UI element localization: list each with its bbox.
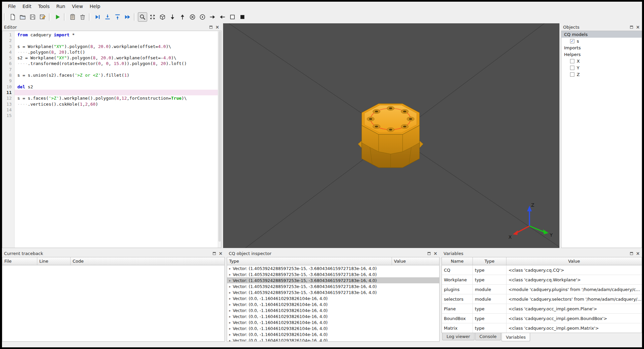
inspector-row[interactable]: ▸Vector: (0.0, -1.1604610293826104e-16, … <box>227 325 439 331</box>
checkbox-x[interactable] <box>570 59 574 63</box>
open-file-button[interactable] <box>18 12 27 22</box>
tree-item-x[interactable]: X <box>561 58 642 64</box>
debug-step-out-button[interactable] <box>113 12 122 22</box>
inspector-row[interactable]: ▸Vector: (1.4053924288597253e-15, -3.680… <box>227 265 439 271</box>
render-button[interactable] <box>53 12 62 22</box>
code-editor[interactable]: 1from cadquery import *23s = Workplane("… <box>2 31 221 248</box>
debug-continue-button[interactable] <box>123 12 132 22</box>
expand-icon[interactable]: ▸ <box>227 297 233 300</box>
code-line: 15 <box>2 113 218 118</box>
close-panel-button[interactable]: × <box>214 24 220 30</box>
menu-help[interactable]: Help <box>86 2 104 10</box>
tree-item-s[interactable]: ✓s <box>561 38 642 44</box>
column-header-type[interactable]: Type <box>473 257 506 265</box>
view-up-button[interactable] <box>178 12 187 22</box>
float-panel-button[interactable] <box>629 251 634 256</box>
checkbox-z[interactable] <box>570 72 574 77</box>
inspector-row[interactable]: ▸Vector: (0.0, -1.1604610293826104e-16, … <box>227 295 439 301</box>
checkbox-s[interactable]: ✓ <box>570 39 574 43</box>
column-header-value[interactable]: Value <box>392 257 439 265</box>
variable-row[interactable]: selectorsmodule<module 'cadquery.selecto… <box>442 294 642 304</box>
inspector-row[interactable]: ▸Vector: (1.4053924288597253e-15, -3.680… <box>227 277 439 283</box>
tree-item-helpers[interactable]: Helpers <box>561 51 642 58</box>
save-as-button[interactable] <box>38 12 47 22</box>
save-button[interactable] <box>28 12 37 22</box>
square-outline-button[interactable] <box>228 12 237 22</box>
column-header-file[interactable]: File <box>2 257 37 265</box>
tree-item-cq-models[interactable]: CQ models <box>561 31 642 38</box>
inspector-row[interactable]: ▸Vector: (1.4053924288597253e-15, -3.680… <box>227 289 439 295</box>
column-header-name[interactable]: Name <box>442 257 473 265</box>
float-panel-button[interactable] <box>208 24 214 30</box>
debug-step-into-button[interactable] <box>103 12 112 22</box>
expand-icon[interactable]: ▸ <box>227 309 233 312</box>
viewport-3d[interactable]: X Y Z <box>223 23 559 248</box>
variable-row[interactable]: Matrixtype<class 'cadquery.occ_impl.geom… <box>442 323 642 333</box>
expand-icon[interactable]: ▸ <box>227 321 233 324</box>
tab-console[interactable]: Console <box>475 333 501 340</box>
expand-icon[interactable]: ▸ <box>227 267 233 270</box>
view-left-button[interactable] <box>218 12 227 22</box>
column-header-type[interactable]: Type <box>227 257 392 265</box>
float-panel-button[interactable] <box>426 251 432 256</box>
editor-scrollbar[interactable] <box>218 31 221 248</box>
expand-icon[interactable]: ▸ <box>227 315 233 318</box>
expand-icon[interactable]: ▸ <box>227 339 233 342</box>
new-file-button[interactable] <box>8 12 17 22</box>
tree-item-y[interactable]: Y <box>561 64 642 71</box>
view-front-button[interactable] <box>188 12 197 22</box>
expand-icon[interactable]: ▸ <box>227 273 233 276</box>
view-right-button[interactable] <box>208 12 217 22</box>
expand-icon[interactable]: ▸ <box>227 279 233 282</box>
delete-button[interactable] <box>78 12 87 22</box>
inspector-row[interactable]: ▸Vector: (0.0, -1.1604610293826104e-16, … <box>227 337 439 342</box>
menu-view[interactable]: View <box>69 2 86 10</box>
close-panel-button[interactable]: × <box>635 24 641 30</box>
variable-row[interactable]: pluginsmodule<module 'cadquery.plugins' … <box>442 285 642 294</box>
variable-row[interactable]: CQtype<class 'cadquery.cq.CQ'> <box>442 265 642 275</box>
inspector-row[interactable]: ▸Vector: (1.4053924288597253e-15, -3.680… <box>227 283 439 289</box>
inspector-row[interactable]: ▸Vector: (0.0, -1.1604610293826104e-16, … <box>227 307 439 313</box>
zoom-tool-button[interactable] <box>138 12 147 22</box>
inspector-row[interactable]: ▸Vector: (0.0, -1.1604610293826104e-16, … <box>227 319 439 325</box>
column-header-value[interactable]: Value <box>506 257 642 265</box>
variable-row[interactable]: Workplanetype<class 'cadquery.cq.Workpla… <box>442 275 642 285</box>
vector-value: Vector: (1.4053924288597253e-15, -3.6804… <box>233 284 377 289</box>
model-s[interactable] <box>358 104 423 168</box>
column-header-code[interactable]: Code <box>71 257 224 265</box>
menu-tools[interactable]: Tools <box>35 2 53 10</box>
column-header-line[interactable]: Line <box>37 257 71 265</box>
menu-run[interactable]: Run <box>53 2 69 10</box>
tab-variables[interactable]: Variables <box>501 333 530 341</box>
menu-edit[interactable]: Edit <box>19 2 35 10</box>
expand-icon[interactable]: ▸ <box>227 333 233 336</box>
tab-log-viewer[interactable]: Log viewer <box>442 333 475 340</box>
tree-item-z[interactable]: Z <box>561 71 642 78</box>
square-filled-button[interactable] <box>238 12 247 22</box>
close-panel-button[interactable]: × <box>433 251 438 256</box>
scrollbar-handle[interactable] <box>218 31 221 242</box>
expand-icon[interactable]: ▸ <box>227 303 233 306</box>
inspector-row[interactable]: ▸Vector: (0.0, -1.1604610293826104e-16, … <box>227 331 439 337</box>
inspector-row[interactable]: ▸Vector: (0.0, -1.1604610293826104e-16, … <box>227 301 439 307</box>
inspector-row[interactable]: ▸Vector: (0.0, -1.1604610293826104e-16, … <box>227 313 439 319</box>
checkbox-y[interactable] <box>570 66 574 70</box>
variable-row[interactable]: Planetype<class 'cadquery.occ_impl.geom.… <box>442 304 642 314</box>
float-panel-button[interactable] <box>629 24 634 30</box>
close-panel-button[interactable]: × <box>635 251 641 256</box>
debug-step-next-button[interactable] <box>93 12 102 22</box>
expand-icon[interactable]: ▸ <box>227 291 233 294</box>
float-panel-button[interactable] <box>211 251 217 256</box>
inspector-row[interactable]: ▸Vector: (1.4053924288597253e-15, -3.680… <box>227 271 439 277</box>
expand-icon[interactable]: ▸ <box>227 285 233 288</box>
expand-icon[interactable]: ▸ <box>227 327 233 330</box>
variable-row[interactable]: BoundBoxtype<class 'cadquery.occ_impl.ge… <box>442 314 642 323</box>
menu-file[interactable]: File <box>5 2 19 10</box>
close-panel-button[interactable]: × <box>218 251 223 256</box>
tree-item-imports[interactable]: Imports <box>561 44 642 51</box>
paste-button[interactable] <box>68 12 77 22</box>
view-back-button[interactable] <box>198 12 207 22</box>
iso-view-button[interactable] <box>158 12 167 22</box>
view-down-button[interactable] <box>168 12 177 22</box>
fit-view-button[interactable] <box>148 12 157 22</box>
